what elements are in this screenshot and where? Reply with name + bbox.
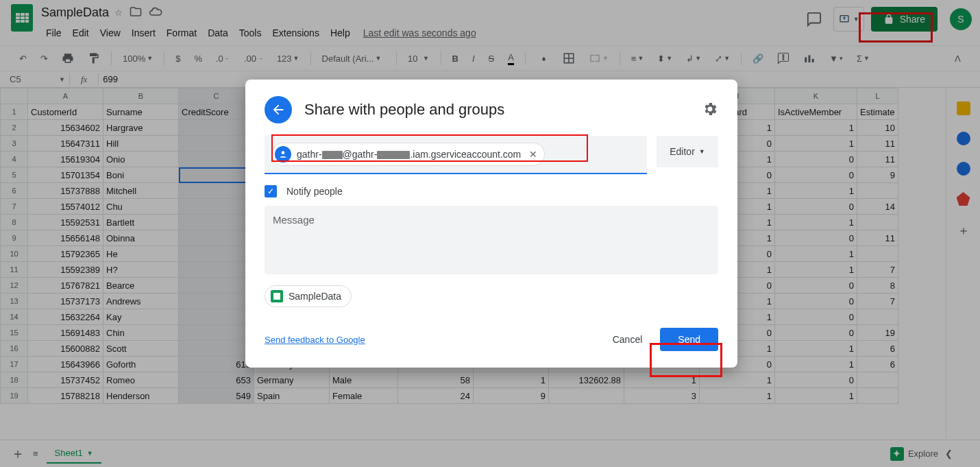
- svg-point-7: [282, 151, 285, 154]
- feedback-link[interactable]: Send feedback to Google: [265, 335, 365, 345]
- send-button[interactable]: Send: [660, 328, 718, 351]
- sheets-file-icon: [271, 290, 283, 302]
- recipient-chip[interactable]: gathr-@gathr-.iam.gserviceaccount.com ✕: [271, 143, 545, 166]
- remove-chip-button[interactable]: ✕: [529, 149, 537, 160]
- dialog-title: Share with people and groups: [304, 101, 689, 119]
- chip-email: gathr-@gathr-.iam.gserviceaccount.com: [297, 149, 521, 160]
- cancel-button[interactable]: Cancel: [600, 328, 655, 350]
- back-button[interactable]: [265, 96, 292, 123]
- notify-checkbox[interactable]: ✓: [265, 185, 277, 197]
- share-dialog: Share with people and groups gathr-@gath…: [245, 80, 737, 368]
- attachment-chip: SampleData: [265, 285, 352, 307]
- recipients-input[interactable]: gathr-@gathr-.iam.gserviceaccount.com ✕: [265, 136, 647, 174]
- settings-button[interactable]: [702, 101, 718, 119]
- message-textarea[interactable]: Message: [265, 206, 718, 274]
- role-selector[interactable]: Editor ▼: [657, 136, 718, 167]
- person-icon: [275, 146, 291, 163]
- notify-label: Notify people: [286, 186, 343, 197]
